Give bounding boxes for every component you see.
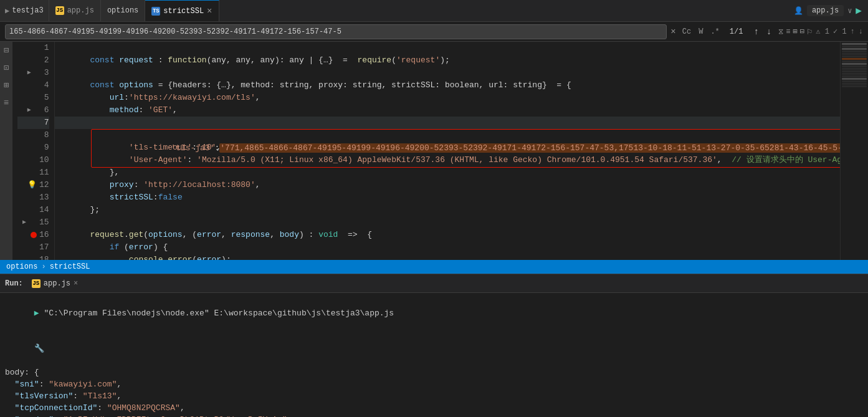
ln-14: 14	[39, 204, 49, 216]
check-indicator: ✓ 1	[833, 27, 847, 36]
tab-options-label: options	[107, 6, 138, 15]
ts-icon: TS	[151, 7, 160, 16]
user-icon: 👤	[794, 6, 803, 16]
ln-18: 18	[39, 254, 49, 260]
bp-1	[36, 45, 42, 51]
ln-4: 4	[44, 79, 49, 92]
chevron-down-icon[interactable]: ∨	[847, 6, 852, 16]
tab-appjs-label: app.js	[67, 6, 94, 15]
breadcrumb-item-strictssl[interactable]: strictSSL	[50, 262, 90, 271]
search-query: l65-4866-4867-49195-49199-49196-49200-52…	[9, 27, 662, 36]
terminal-play-icon: ▶	[34, 309, 44, 318]
search-bar: l65-4866-4867-49195-49199-49196-49200-52…	[0, 22, 868, 42]
match-count: 1/1	[726, 27, 747, 36]
regex-icon[interactable]: .*	[708, 26, 722, 37]
line-num-12: ▶ 💡 12	[17, 179, 49, 191]
search-input-wrapper[interactable]: l65-4866-4867-49195-49199-49196-49200-52…	[5, 24, 667, 39]
activity-icon-1[interactable]: ⊟	[0, 44, 12, 57]
tab-options[interactable]: options	[101, 0, 145, 21]
terminal-wrench-icon: 🔧	[34, 344, 49, 353]
line-numbers: ▶ 1 ▶ 2 ▶ 3 ▶ 4 ▶ 5 ▶	[12, 42, 55, 260]
bp-2	[36, 57, 42, 64]
terminal-content[interactable]: ▶ "C:\Program Files\nodejs\node.exe" E:\…	[0, 293, 868, 417]
next-match-button[interactable]: ↓	[763, 26, 775, 38]
find-filter-icon[interactable]: ⚐	[807, 26, 812, 37]
code-line-15: request.get(options, (error, response, b…	[55, 216, 840, 229]
terminal-js-icon: JS	[32, 279, 41, 288]
ln-8: 8	[44, 129, 49, 141]
find-option4-icon[interactable]: ⊟	[800, 27, 804, 36]
terminal-tab-close[interactable]: ×	[74, 279, 78, 288]
line-num-18: ▶ 18	[17, 254, 49, 260]
activity-bar: ⊟ ⊡ ⊞ ≡	[0, 42, 12, 260]
ln-17: 17	[39, 241, 49, 254]
line-num-10: ▶ 10	[17, 154, 49, 166]
fold-15[interactable]: ▶	[21, 216, 28, 229]
search-controls: Cc W .*	[680, 26, 722, 37]
terminal-out-4: "random": "AwPF+H/hqcEDPBFFtu+OaoaDh8iPt…	[5, 414, 863, 417]
terminal-command-line: ▶ "C:\Program Files\nodejs\node.exe" E:\…	[5, 295, 863, 331]
terminal-tabs: Run: JS app.js ×	[0, 274, 868, 293]
workspace-tab[interactable]: ▶ testja3	[0, 0, 49, 21]
terminal-panel: Run: JS app.js × ▶ "C:\Program Files\nod…	[0, 274, 868, 417]
activity-icon-3[interactable]: ⊞	[0, 79, 12, 92]
breadcrumb-bar: options › strictSSL	[0, 260, 868, 274]
ln-1: 1	[44, 42, 49, 54]
editor-container: ⊟ ⊡ ⊞ ≡ ▶ 1 ▶ 2 ▶ 3 ▶ 4 ▶	[0, 42, 868, 260]
tab-appjs[interactable]: JS app.js	[49, 0, 101, 21]
terminal-run-tab[interactable]: JS app.js ×	[28, 278, 82, 289]
line-num-15: ▶ 15	[17, 216, 49, 229]
bp-5	[36, 95, 42, 101]
ln-9: 9	[44, 141, 49, 154]
tab-strictssl-label: strictSSL	[163, 7, 204, 16]
line-num-17: ▶ 17	[17, 241, 49, 254]
code-editor[interactable]: const request : function(any, any, any):…	[55, 42, 840, 260]
run-play-icon[interactable]: ▶	[856, 4, 862, 17]
find-option3-icon[interactable]: ⊞	[793, 27, 797, 36]
fold-3[interactable]: ▶	[26, 67, 33, 79]
nav-up-btn[interactable]: ↑	[851, 27, 855, 36]
ln-12: 12	[39, 179, 49, 191]
bp-16[interactable]	[31, 232, 37, 238]
case-sensitive-icon[interactable]: Cc	[680, 26, 694, 37]
line-num-14: ▶ 14	[17, 204, 49, 216]
workspace-arrow: ▶	[5, 6, 9, 16]
search-extra: ⧖ ≡ ⊞ ⊟ ⚐	[778, 26, 812, 37]
tab-strictssl[interactable]: TS strictSSL ×	[145, 0, 219, 21]
terminal-label: Run:	[5, 279, 23, 288]
minimap	[840, 42, 868, 260]
line-num-7: ▶ 7	[17, 117, 49, 129]
terminal-out-2: "tlsVersion": "Tls13",	[5, 390, 863, 402]
breadcrumb-item-options[interactable]: options	[6, 262, 37, 271]
bp-3	[36, 70, 42, 76]
warning-indicator: ⚠ 1	[816, 27, 829, 36]
ln-15: 15	[39, 216, 49, 229]
prev-match-button[interactable]: ↑	[750, 26, 761, 38]
minimap-content	[841, 42, 868, 260]
bp-8	[36, 132, 42, 138]
js-icon: JS	[55, 6, 64, 15]
ln-11: 11	[39, 166, 49, 179]
bp-13	[31, 194, 37, 201]
bp-10	[31, 157, 37, 163]
find-option1-icon[interactable]: ⧖	[778, 27, 783, 36]
terminal-out-0: body: {	[5, 367, 863, 378]
terminal-out-1: "sni": "kawayiyi.com",	[5, 378, 863, 390]
line-num-1: ▶ 1	[17, 42, 49, 54]
tab-close-icon[interactable]: ×	[207, 7, 212, 16]
code-line-7: 'tls-ja3':'771,4865-4866-4867-49195-4919…	[55, 117, 840, 129]
activity-icon-2[interactable]: ⊡	[0, 62, 12, 74]
ln-5: 5	[44, 92, 49, 104]
fold-6[interactable]: ▶	[26, 104, 33, 117]
search-close-icon[interactable]: ×	[670, 27, 675, 37]
bp-15	[31, 219, 37, 226]
line-num-2: ▶ 2	[17, 54, 49, 67]
line-num-4: ▶ 4	[17, 79, 49, 92]
tab-group: ▶ testja3 JS app.js options TS strictSSL…	[0, 0, 219, 21]
right-controls: 👤 app.js ∨ ▶	[788, 4, 868, 17]
whole-word-icon[interactable]: W	[696, 26, 705, 37]
find-option2-icon[interactable]: ≡	[786, 27, 790, 36]
lightbulb-icon-12[interactable]: 💡	[27, 179, 37, 191]
nav-down-btn[interactable]: ↓	[859, 27, 863, 36]
activity-icon-4[interactable]: ≡	[0, 97, 12, 109]
